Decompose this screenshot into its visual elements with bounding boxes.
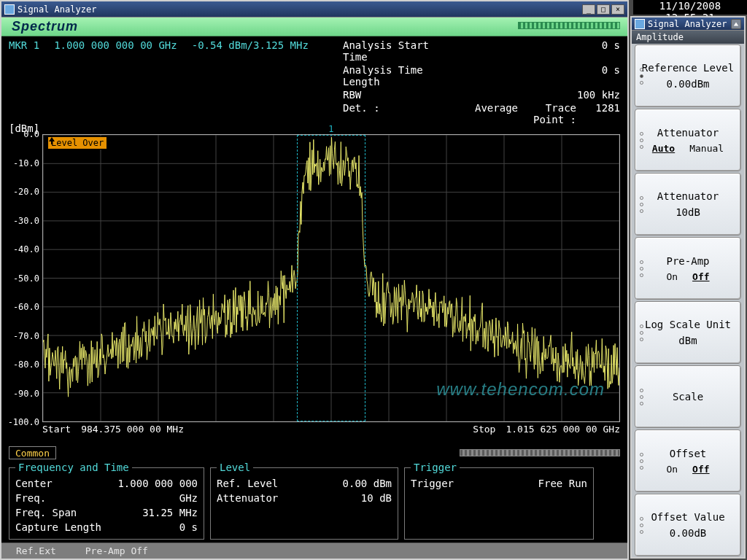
rbw-label: RBW: [343, 89, 452, 101]
spectrum-chart: [dBm] 0.0-10.0-20.0-30.0-40.0-50.0-60.0-…: [9, 127, 620, 440]
panel-key: Capture Length: [15, 520, 101, 534]
xstop-value: 1.015 625 000 00 GHz: [506, 424, 620, 440]
tracepoint-label: Trace Point :: [518, 102, 576, 125]
panel-key: Attenuator: [217, 491, 278, 505]
panel-value: 31.25 MHz: [142, 505, 198, 520]
marker-region[interactable]: 1: [297, 135, 366, 421]
spectrum-label: Spectrum: [12, 19, 78, 34]
side-button-4[interactable]: Log Scale UnitdBm: [635, 301, 741, 364]
side-button-2[interactable]: Attenuator10dB: [635, 173, 741, 236]
freq-time-panel: Frequency and Time Center Freq.1.000 000…: [9, 462, 204, 540]
header-activity-bar: [518, 22, 620, 29]
y-tick: 0.0: [23, 129, 39, 139]
status-preamp: Pre-Amp Off: [85, 545, 148, 556]
maximize-button[interactable]: □: [597, 4, 610, 15]
info-panels: Frequency and Time Center Freq.1.000 000…: [1, 462, 627, 542]
analysis-length-label: Analysis Time Length: [343, 64, 452, 88]
collapse-icon[interactable]: [731, 19, 741, 29]
xstart-value: 984.375 000 00 MHz: [81, 424, 184, 440]
analysis-start-label: Analysis Start Time: [343, 39, 452, 63]
side-button-1[interactable]: AttenuatorAutoManual: [635, 109, 741, 171]
y-tick: -80.0: [13, 359, 39, 370]
side-app-icon: [635, 19, 645, 29]
level-panel: Level Ref. Level0.00 dBmAttenuator10 dB: [210, 462, 398, 540]
freq-legend: Frequency and Time: [15, 462, 132, 473]
y-tick: -70.0: [13, 331, 39, 341]
plot-area[interactable]: Level Over 1 www.tehencom.com: [42, 134, 620, 422]
det-value: Average: [452, 102, 518, 125]
y-axis: 0.0-10.0-20.0-30.0-40.0-50.0-60.0-70.0-8…: [9, 134, 41, 422]
side-button-7[interactable]: Offset Value0.00dB: [635, 494, 741, 556]
y-tick: -50.0: [13, 273, 39, 284]
side-button-0[interactable]: Reference Level0.00dBm: [635, 44, 741, 107]
panel-key: Trigger: [411, 476, 454, 491]
y-tick: -60.0: [13, 302, 39, 312]
y-tick: -100.0: [8, 417, 39, 427]
trigger-panel: Trigger TriggerFree Run: [404, 462, 594, 540]
common-row: Common: [1, 444, 627, 462]
level-over-badge: Level Over: [47, 136, 107, 149]
analysis-length-value: 0 s: [576, 64, 620, 88]
marker-1-label: 1: [328, 124, 333, 134]
app-icon: [4, 4, 15, 15]
activity-bar: [460, 449, 620, 456]
side-subtitle: Amplitude: [632, 31, 744, 44]
common-tab[interactable]: Common: [9, 446, 56, 459]
panel-key: Center Freq.: [15, 476, 85, 505]
x-axis: Start984.375 000 00 MHz Stop1.015 625 00…: [42, 424, 620, 440]
level-over-text: Level Over: [51, 138, 104, 148]
marker-name: MKR 1: [9, 39, 39, 125]
main-window: Signal Analyzer _ □ × Spectrum MKR 1 1.0…: [0, 0, 629, 560]
y-tick: -90.0: [13, 389, 39, 399]
main-titlebar: Signal Analyzer _ □ ×: [1, 1, 627, 18]
panel-value: Free Run: [538, 476, 587, 491]
panel-key: Freq. Span: [15, 505, 77, 520]
side-button-3[interactable]: Pre-AmpOnOff: [635, 237, 741, 300]
analysis-start-value: 0 s: [576, 39, 620, 63]
side-button-6[interactable]: OffsetOnOff: [635, 429, 741, 492]
panel-value: 0.00 dBm: [343, 476, 392, 491]
minimize-button[interactable]: _: [582, 4, 595, 15]
panel-value: 10 dB: [361, 491, 392, 505]
main-window-title: Signal Analyzer: [18, 4, 582, 15]
marker-level: -0.54 dBm/3.125 MHz: [192, 39, 309, 125]
panel-value: 1.000 000 000 GHz: [98, 476, 198, 505]
rbw-value: 100 kHz: [576, 89, 620, 101]
status-bar: Ref.Ext Pre-Amp Off: [1, 542, 627, 559]
spectrum-header: Spectrum: [1, 18, 627, 36]
datetime-label: 11/10/2008 13:55:31: [633, 0, 747, 15]
watermark: www.tehencom.com: [436, 379, 605, 400]
marker-freq: 1.000 000 000 00 GHz: [54, 39, 177, 125]
trigger-legend: Trigger: [411, 462, 460, 473]
det-label: Det. :: [343, 102, 452, 125]
tracepoint-value: 1281: [576, 102, 620, 125]
xstop-label: Stop: [473, 424, 495, 440]
panel-key: Ref. Level: [217, 476, 278, 491]
side-panel: Signal Analyzer Amplitude Reference Leve…: [630, 16, 746, 559]
info-area: MKR 1 1.000 000 000 00 GHz -0.54 dBm/3.1…: [1, 36, 627, 127]
y-tick: -30.0: [13, 216, 39, 226]
panel-value: 0 s: [179, 520, 198, 534]
side-button-list: Reference Level0.00dBmAttenuatorAutoManu…: [632, 44, 744, 557]
y-tick: -20.0: [13, 187, 39, 197]
close-button[interactable]: ×: [611, 4, 624, 15]
level-legend: Level: [217, 462, 253, 473]
status-refext: Ref.Ext: [16, 545, 56, 556]
xstart-label: Start: [42, 424, 71, 440]
y-tick: -10.0: [13, 158, 39, 168]
side-button-5[interactable]: Scale: [635, 365, 741, 428]
y-tick: -40.0: [13, 244, 39, 254]
side-title: Signal Analyzer: [648, 19, 731, 29]
